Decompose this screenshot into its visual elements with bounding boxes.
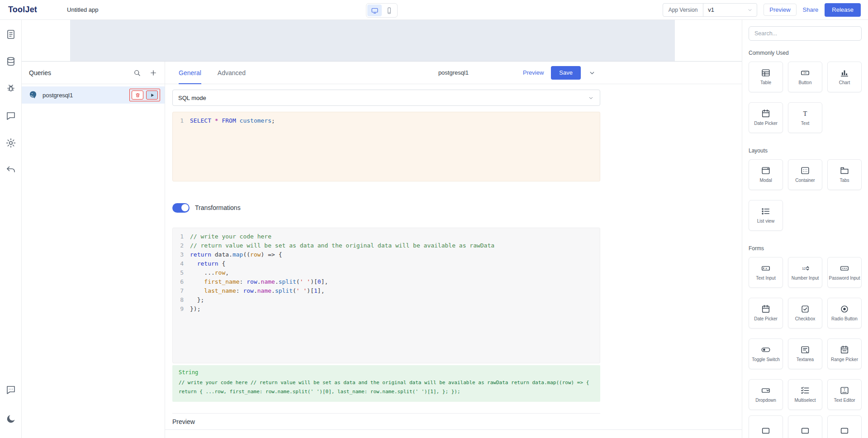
line-number: 1 xyxy=(173,232,184,241)
sql-code-editor[interactable]: 1SELECT * FROM customers; xyxy=(172,112,600,181)
widget-grid: TableOKButtonChartDate PickerTText xyxy=(749,62,862,133)
widget-card-password-input[interactable]: Password Input xyxy=(827,257,862,288)
code-text: first_name: row.name.split(' ')[0], xyxy=(190,277,328,286)
debugger-icon[interactable] xyxy=(5,83,16,94)
widgets-panel: Commonly UsedTableOKButtonChartDate Pick… xyxy=(742,20,868,438)
widget-card-text-editor[interactable]: TText Editor xyxy=(827,379,862,410)
comments-icon[interactable] xyxy=(5,110,16,121)
widget-card-multiselect[interactable]: Multiselect xyxy=(788,379,822,410)
widget-card-toggle-switch[interactable]: Toggle Switch xyxy=(749,338,783,369)
collapse-panel-icon[interactable] xyxy=(588,69,596,77)
widget-card-textarea[interactable]: Textarea xyxy=(788,338,822,369)
texteditor-icon: T xyxy=(840,386,849,395)
widget-label: Date Picker xyxy=(753,121,778,127)
widget-grid xyxy=(749,415,862,438)
tab-advanced[interactable]: Advanced xyxy=(218,62,246,84)
widget-card-range-picker[interactable]: Range Picker xyxy=(827,338,862,369)
svg-text:T: T xyxy=(844,388,846,392)
query-editor-content: SQL mode 1SELECT * FROM customers; Trans… xyxy=(165,84,742,425)
code-line: 8 }; xyxy=(173,295,600,305)
line-number: 4 xyxy=(173,259,184,268)
search-queries-icon[interactable] xyxy=(133,69,141,77)
widget-label: Toggle Switch xyxy=(751,357,781,363)
device-toggle xyxy=(366,3,398,18)
tooljet-logo[interactable]: ToolJet xyxy=(8,5,37,14)
svg-text:a: a xyxy=(765,267,767,270)
code-line: 2// return value will be set as data and… xyxy=(173,241,600,250)
numberinput-icon: 12 xyxy=(800,263,810,273)
widget-card-container[interactable]: Container xyxy=(788,159,822,190)
widget-card-button[interactable]: OKButton xyxy=(788,62,822,92)
widget-card-list-view[interactable]: List view xyxy=(749,200,783,231)
app-canvas[interactable] xyxy=(70,20,675,61)
pages-icon[interactable] xyxy=(5,29,16,40)
delete-query-button[interactable] xyxy=(132,90,143,100)
queries-title: Queries xyxy=(29,69,51,76)
widget-search-input[interactable] xyxy=(749,26,862,41)
widget-card-text-input[interactable]: aText Input xyxy=(749,257,783,288)
query-list-item[interactable]: postgresql1 xyxy=(22,86,165,104)
widget-icon xyxy=(840,426,849,436)
widget-card-tabs[interactable]: Tabs xyxy=(827,159,862,190)
divider xyxy=(172,413,600,414)
code-line: 3return data.map((row) => { xyxy=(173,250,600,259)
transformations-row: Transformations xyxy=(172,201,742,214)
transformations-toggle[interactable] xyxy=(172,203,190,213)
modal-icon xyxy=(761,166,771,176)
app-version-select[interactable]: App Version v1 xyxy=(663,3,758,17)
widget-card-number-input[interactable]: 12Number Input xyxy=(788,257,822,288)
line-number: 5 xyxy=(173,268,184,277)
widget-card[interactable] xyxy=(749,415,783,438)
app-title[interactable]: Untitled app xyxy=(67,6,98,13)
app-preview-button[interactable]: Preview xyxy=(764,4,796,16)
code-text: return data.map((row) => { xyxy=(190,250,282,259)
query-preview-button[interactable]: Preview xyxy=(523,69,544,76)
sql-mode-select[interactable]: SQL mode xyxy=(172,90,600,106)
widget-label: Text Input xyxy=(755,276,776,281)
widget-card-date-picker[interactable]: Date Picker xyxy=(749,102,783,133)
preview-section-title: Preview xyxy=(172,418,742,425)
queries-list: postgresql1 xyxy=(22,84,165,104)
tab-advanced-label: Advanced xyxy=(218,69,246,76)
widget-card-date-picker[interactable]: Date Picker xyxy=(749,298,783,328)
widget-label: Tabs xyxy=(839,178,850,184)
queries-sidebar: Queries postgresql1 xyxy=(22,62,165,438)
settings-icon[interactable] xyxy=(5,138,16,148)
result-type-badge: String xyxy=(179,369,594,376)
mobile-view-button[interactable] xyxy=(382,5,396,16)
app-version-label: App Version xyxy=(663,4,704,16)
mobile-icon xyxy=(385,7,393,14)
dropdown-icon xyxy=(761,386,771,395)
query-save-button[interactable]: Save xyxy=(551,66,581,80)
widget-icon xyxy=(800,426,810,436)
widget-grid: aText Input12Number InputPassword InputD… xyxy=(749,257,862,410)
widget-card[interactable] xyxy=(827,415,862,438)
theme-moon-icon[interactable] xyxy=(5,414,16,424)
query-name[interactable]: postgresql1 xyxy=(438,69,469,76)
widget-label: Textarea xyxy=(796,357,815,363)
code-text: }); xyxy=(190,305,200,314)
run-query-button[interactable] xyxy=(146,90,158,100)
add-query-icon[interactable] xyxy=(149,69,157,77)
transformation-code-editor[interactable]: 1// write your code here2// return value… xyxy=(172,228,600,363)
widget-card-checkbox[interactable]: Checkbox xyxy=(788,298,822,328)
widget-card-text[interactable]: TText xyxy=(788,102,822,133)
widget-card-modal[interactable]: Modal xyxy=(749,159,783,190)
undo-icon[interactable] xyxy=(5,165,16,176)
widget-card-dropdown[interactable]: Dropdown xyxy=(749,379,783,410)
widget-label: Range Picker xyxy=(830,357,859,363)
widget-card-radio-button[interactable]: Radio Button xyxy=(827,298,862,328)
widget-card[interactable] xyxy=(788,415,822,438)
textarea-icon xyxy=(800,345,810,355)
widget-card-table[interactable]: Table xyxy=(749,62,783,92)
help-icon[interactable] xyxy=(5,385,16,395)
text-icon: T xyxy=(800,109,810,119)
release-button[interactable]: Release xyxy=(825,3,861,17)
widget-sections: Commonly UsedTableOKButtonChartDate Pick… xyxy=(749,50,862,438)
tab-general[interactable]: General xyxy=(179,62,201,84)
desktop-view-button[interactable] xyxy=(367,5,382,16)
datasources-icon[interactable] xyxy=(5,56,16,67)
widget-card-chart[interactable]: Chart xyxy=(827,62,862,92)
share-button[interactable]: Share xyxy=(803,6,819,13)
line-number: 3 xyxy=(173,250,184,259)
